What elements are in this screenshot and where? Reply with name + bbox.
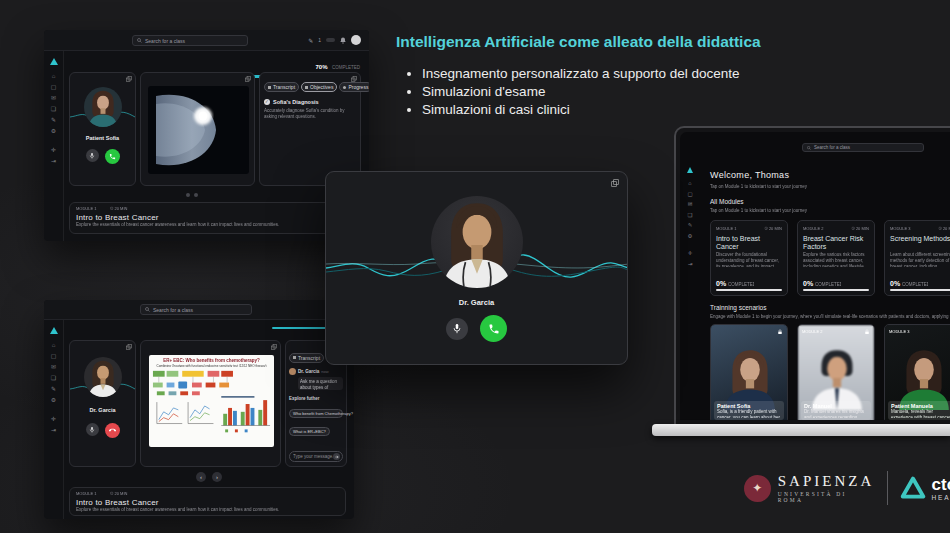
expand-icon[interactable] xyxy=(351,76,357,82)
app-window-lecture: Search for a class ⌂ ▢ ✉ ❏ ✎ ⚙ ✛ ⇥ xyxy=(44,300,354,519)
hangup-button[interactable] xyxy=(105,423,120,438)
chat-message: Ask me a question about types of breast … xyxy=(300,379,341,390)
scenario-card[interactable]: Patient Sofia Sofia, is a friendly patie… xyxy=(710,324,788,420)
module-card[interactable]: MODULE 220 MIN Breast Cancer Risk Factor… xyxy=(797,220,875,296)
laptop-base xyxy=(652,424,950,436)
search-input[interactable]: Search for a class xyxy=(140,304,252,315)
progress-label: COMPLETED xyxy=(332,65,360,70)
suggestion-chip[interactable]: Who benefit from Chemotherapy? xyxy=(289,409,343,418)
search-input[interactable]: Search for a class xyxy=(132,35,248,46)
ctc-logo-icon[interactable] xyxy=(50,327,58,334)
mail-icon[interactable]: ✉ xyxy=(51,364,56,370)
module-card[interactable]: MODULE 120 MIN Intro to Breast Cancer Di… xyxy=(710,220,788,296)
scenario-card[interactable]: MODULE 2 Dr. Manuel Dr. Manuel shares hi… xyxy=(797,324,875,420)
home-icon[interactable]: ⌂ xyxy=(688,181,691,187)
expand-icon[interactable] xyxy=(126,76,132,82)
scenario-card[interactable]: MODULE 3 Patient Manuela Manuela, reveal… xyxy=(884,324,950,420)
all-modules-title: All Modules xyxy=(710,198,744,205)
slide-bullet: Simulazioni di casi clinici xyxy=(422,102,920,117)
carousel-dot[interactable] xyxy=(194,193,198,197)
chat-icon[interactable]: ❏ xyxy=(51,106,56,112)
help-icon[interactable]: ✛ xyxy=(51,416,56,422)
app-window-diagnosis: Search for a class ✎ 1 ⌂ ▢ ✉ ❏ ✎ ⚙ ✛ ⇥ 7… xyxy=(44,30,369,241)
tab-objectives[interactable]: Objectives xyxy=(301,82,337,92)
module-title: Intro to Breast Cancer xyxy=(76,498,339,507)
expand-icon[interactable] xyxy=(611,179,619,187)
mute-mic-button[interactable] xyxy=(446,318,468,340)
mute-mic-button[interactable] xyxy=(86,423,99,436)
welcome-subtitle: Tap on Module 1 to kickstart to start yo… xyxy=(710,184,870,190)
call-button[interactable] xyxy=(480,315,507,342)
sapienza-seal-icon: ✦ xyxy=(744,475,771,502)
logout-icon[interactable]: ⇥ xyxy=(51,158,56,164)
progress-icon xyxy=(343,86,346,89)
home-icon[interactable]: ⌂ xyxy=(52,342,56,348)
logout-icon[interactable]: ⇥ xyxy=(688,262,693,268)
send-button[interactable] xyxy=(333,453,340,460)
ctc-subtitle: HEALTH xyxy=(932,494,950,501)
search-placeholder: Search for a class xyxy=(153,307,193,313)
mute-mic-button[interactable] xyxy=(86,149,99,162)
user-avatar[interactable] xyxy=(351,35,361,45)
chat-time: now xyxy=(321,369,328,374)
carousel-prev-button[interactable]: ‹ xyxy=(196,472,206,482)
objectives-icon xyxy=(305,86,308,89)
phone-icon xyxy=(109,153,116,160)
settings-gear-icon[interactable]: ⚙ xyxy=(688,234,693,240)
notes-icon[interactable]: ✎ xyxy=(51,386,56,392)
home-icon[interactable]: ⌂ xyxy=(52,73,56,79)
chat-sender: Dr. Garcia xyxy=(298,369,319,374)
chat-icon[interactable]: ❏ xyxy=(688,213,693,219)
call-button[interactable] xyxy=(105,149,120,164)
ctc-logo-icon[interactable] xyxy=(687,167,693,173)
dr-garcia-avatar[interactable] xyxy=(84,357,122,397)
check-circle-icon: ✓ xyxy=(264,99,270,105)
module-info-bar[interactable]: MODULE 1 20 MIN Intro to Breast Cancer E… xyxy=(69,202,361,234)
scenario-nameplate: Patient Manuela Manuela, reveals her exp… xyxy=(888,401,950,420)
clock-icon xyxy=(110,492,114,496)
streak-icon[interactable]: ✎ xyxy=(308,37,313,44)
notes-icon[interactable]: ✎ xyxy=(688,223,693,229)
logout-icon[interactable]: ⇥ xyxy=(51,427,56,433)
sapienza-subtitle: UNIVERSITÀ DI ROMA xyxy=(778,491,875,503)
modules-icon[interactable]: ▢ xyxy=(51,353,57,359)
chat-icon[interactable]: ❏ xyxy=(51,375,56,381)
mammogram-image xyxy=(148,86,249,174)
modules-icon[interactable]: ▢ xyxy=(51,84,57,90)
settings-gear-icon[interactable]: ⚙ xyxy=(51,128,56,134)
message-input[interactable]: Type your message... xyxy=(289,451,343,462)
module-info-bar[interactable]: MODULE 1 20 MIN Intro to Breast Cancer E… xyxy=(69,487,346,516)
suggestion-chip[interactable]: What is ER+EBC? xyxy=(289,427,330,436)
patient-sofia-avatar[interactable] xyxy=(84,87,122,127)
notes-icon[interactable]: ✎ xyxy=(51,117,56,123)
module-time: 20 MIN xyxy=(115,491,128,496)
tab-transcript[interactable]: Transcript xyxy=(264,82,299,92)
module-description: Explore the essentials of breast cancer … xyxy=(76,222,354,228)
slide-title: Intelligenza Artificiale come alleato de… xyxy=(396,33,936,51)
settings-gear-icon[interactable]: ⚙ xyxy=(51,397,56,403)
scenario-tag: MODULE 3 xyxy=(889,329,909,334)
mail-icon[interactable]: ✉ xyxy=(688,202,693,208)
chat-avatar xyxy=(289,368,296,375)
module-card[interactable]: MODULE 320 MIN Screening Methods Learn a… xyxy=(884,220,950,296)
objective-title: Sofia's Diagnosis xyxy=(273,99,319,105)
modules-icon[interactable]: ▢ xyxy=(687,192,692,198)
clock-icon xyxy=(110,207,114,211)
expand-icon[interactable] xyxy=(245,76,251,82)
help-icon[interactable]: ✛ xyxy=(51,147,56,153)
search-input[interactable]: Search for a class xyxy=(802,143,924,152)
module-tag: MODULE 1 xyxy=(76,206,96,211)
scenario-nameplate: Patient Sofia Sofia, is a friendly patie… xyxy=(714,401,784,420)
expand-icon[interactable] xyxy=(271,344,277,350)
carousel-next-button[interactable]: › xyxy=(212,472,222,482)
bell-icon[interactable] xyxy=(340,37,346,44)
tab-transcript[interactable]: Transcript xyxy=(289,353,324,363)
carousel-dot[interactable] xyxy=(186,193,190,197)
tab-progress[interactable]: Progress xyxy=(339,82,369,92)
mail-icon[interactable]: ✉ xyxy=(51,95,56,101)
expand-icon[interactable] xyxy=(126,344,132,350)
search-icon xyxy=(807,146,811,150)
help-icon[interactable]: ✛ xyxy=(688,251,693,257)
search-icon xyxy=(137,38,142,43)
ctc-logo-icon[interactable] xyxy=(50,58,58,65)
